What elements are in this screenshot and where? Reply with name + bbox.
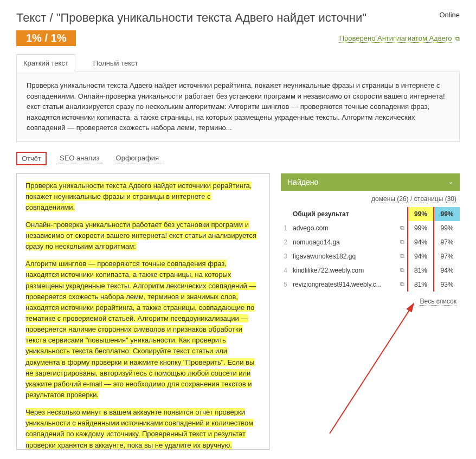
tab-short-text[interactable]: Краткий текст: [16, 54, 75, 72]
domain-link[interactable]: kindlilike722.weebly.com: [291, 263, 398, 277]
external-link-icon[interactable]: ⧉: [398, 277, 408, 292]
tab-full-text[interactable]: Полный текст: [86, 54, 145, 72]
total-pct2: 99%: [434, 207, 460, 221]
verified-link[interactable]: Проверено Антиплагиатом Адвего: [339, 34, 452, 43]
divider: /: [410, 195, 414, 203]
domain-link[interactable]: figavawunokes182.gq: [291, 249, 398, 263]
domain-link[interactable]: advego.com: [291, 221, 398, 235]
table-row: 4 kindlilike722.weebly.com ⧉ 81% 94%: [281, 263, 460, 277]
table-row: 1 advego.com ⧉ 99% 99%: [281, 221, 460, 235]
highlighted-text: Проверка уникальности текста Адвего найд…: [25, 180, 261, 450]
pct-col2: 99%: [434, 221, 460, 235]
row-num: 3: [281, 249, 291, 263]
pct-col1: 94%: [408, 249, 434, 263]
analysis-tabs: Отчёт SEO анализ Орфография: [16, 152, 460, 165]
table-row: 2 nomuqago14.ga ⧉ 94% 97%: [281, 235, 460, 249]
found-header[interactable]: Найдено ⌄: [281, 173, 460, 191]
pct-col1: 81%: [408, 263, 434, 277]
external-link-icon[interactable]: ⧉: [398, 263, 408, 277]
pages-link[interactable]: страницы (30): [414, 195, 456, 203]
summary-text: Проверка уникальности текста Адвего найд…: [16, 72, 460, 142]
pct-col1: 81%: [408, 277, 434, 292]
hl-paragraph: Алгоритм шинглов — проверяются точные со…: [25, 260, 256, 399]
pct-col1: 94%: [408, 235, 434, 249]
domain-link[interactable]: nomuqago14.ga: [291, 235, 398, 249]
highlighted-text-panel[interactable]: Проверка уникальности текста Адвего найд…: [16, 173, 270, 450]
pct-col2: 94%: [434, 263, 460, 277]
total-label: Общий результат: [291, 207, 398, 221]
full-list-link[interactable]: Весь список: [420, 298, 456, 306]
hl-paragraph: Онлайн-проверка уникальности работает бе…: [25, 221, 256, 250]
hl-paragraph: Через несколько минут в вашем аккаунте п…: [25, 408, 253, 449]
results-table: Общий результат 99% 99% 1 advego.com ⧉ 9…: [281, 207, 460, 292]
text-tabs: Краткий текст Полный текст: [16, 54, 460, 72]
pct-col1: 99%: [408, 221, 434, 235]
svg-line-0: [330, 303, 414, 434]
domain-link[interactable]: reviziongreatest914.weebly.c...: [291, 277, 398, 292]
tab-seo[interactable]: SEO анализ: [56, 152, 103, 164]
table-row: 3 figavawunokes182.gq ⧉ 94% 97%: [281, 249, 460, 263]
external-link-icon: ⧉: [455, 35, 460, 42]
row-num: 1: [281, 221, 291, 235]
annotation-arrow: [313, 298, 422, 439]
row-num: 5: [281, 277, 291, 292]
pct-col2: 97%: [434, 249, 460, 263]
external-link-icon[interactable]: ⧉: [398, 249, 408, 263]
table-row: 5 reviziongreatest914.weebly.c... ⧉ 81% …: [281, 277, 460, 292]
results-panel: Найдено ⌄ домены (26) / страницы (30) Об…: [281, 173, 460, 450]
pct-col2: 93%: [434, 277, 460, 292]
found-title: Найдено: [287, 178, 318, 186]
hl-paragraph: Проверка уникальности текста Адвего найд…: [25, 182, 252, 211]
tab-report[interactable]: Отчёт: [16, 152, 47, 165]
row-num: 2: [281, 235, 291, 249]
uniqueness-badge: 1% / 1%: [16, 30, 76, 46]
external-link-icon[interactable]: ⧉: [398, 235, 408, 249]
tab-spell[interactable]: Орфография: [113, 152, 162, 164]
pct-col2: 97%: [434, 235, 460, 249]
online-status: Online: [439, 11, 460, 19]
external-link-icon[interactable]: ⧉: [398, 221, 408, 235]
table-row-total: Общий результат 99% 99%: [281, 207, 460, 221]
domains-link[interactable]: домены (26): [371, 195, 409, 203]
chevron-down-icon: ⌄: [448, 178, 453, 185]
row-num: 4: [281, 263, 291, 277]
total-pct1: 99%: [408, 207, 434, 221]
page-title: Текст / "Проверка уникальности текста Ад…: [16, 11, 366, 25]
